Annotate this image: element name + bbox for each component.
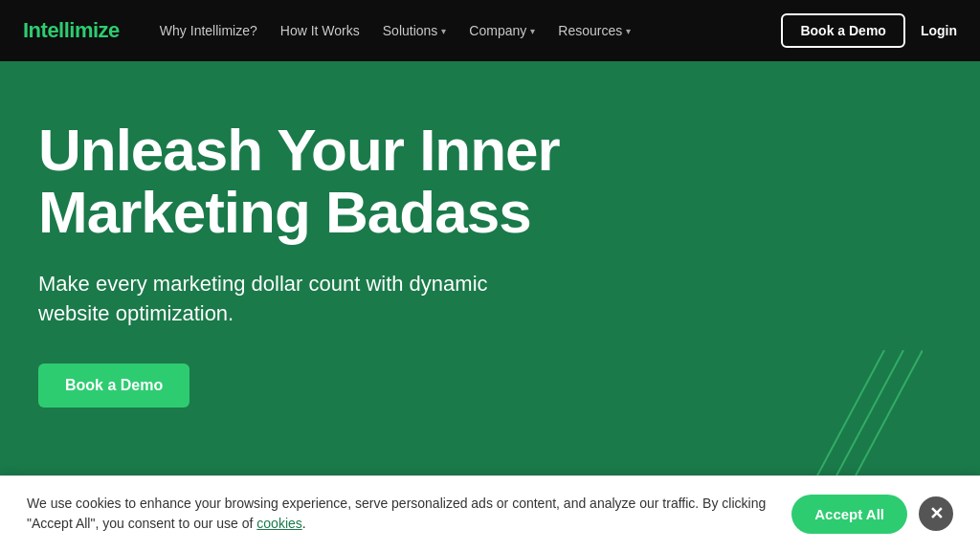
decorative-lines [731, 350, 923, 494]
svg-line-1 [827, 350, 903, 494]
navbar: Intellimize Why Intellimize? How It Work… [0, 0, 980, 61]
close-icon: ✕ [929, 503, 944, 524]
hero-headline: Unleash Your Inner Marketing Badass [38, 119, 593, 243]
chevron-down-icon: ▾ [626, 26, 631, 36]
cookie-actions: Accept All ✕ [791, 495, 953, 534]
logo[interactable]: Intellimize [23, 18, 120, 43]
nav-links: Why Intellimize? How It Works Solutions … [150, 15, 751, 46]
cookie-link[interactable]: cookies [256, 516, 301, 531]
nav-solutions[interactable]: Solutions ▾ [373, 15, 457, 46]
chevron-down-icon: ▾ [441, 26, 446, 36]
nav-why-intellimize[interactable]: Why Intellimize? [150, 15, 267, 46]
nav-cta-group: Book a Demo Login [781, 13, 957, 48]
nav-company[interactable]: Company ▾ [459, 15, 545, 46]
hero-subheadline: Make every marketing dollar count with d… [38, 270, 517, 329]
svg-line-2 [846, 350, 923, 494]
nav-resources[interactable]: Resources ▾ [548, 15, 640, 46]
nav-how-it-works[interactable]: How It Works [271, 15, 369, 46]
nav-book-demo-button[interactable]: Book a Demo [781, 13, 904, 48]
hero-section: Unleash Your Inner Marketing Badass Make… [0, 61, 980, 551]
close-cookie-button[interactable]: ✕ [919, 496, 953, 531]
cookie-banner: We use cookies to enhance your browsing … [0, 475, 980, 551]
accept-all-button[interactable]: Accept All [791, 495, 907, 534]
cookie-message: We use cookies to enhance your browsing … [27, 494, 772, 534]
nav-login-button[interactable]: Login [921, 23, 957, 38]
hero-book-demo-button[interactable]: Book a Demo [38, 364, 189, 408]
chevron-down-icon: ▾ [530, 26, 535, 36]
svg-line-0 [808, 350, 884, 494]
